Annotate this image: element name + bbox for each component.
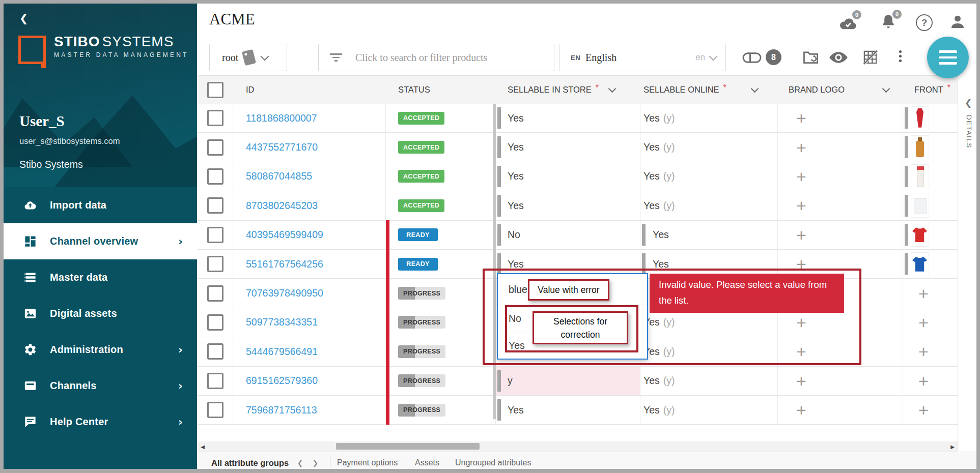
product-id-link[interactable]: 6915162579360 [246,375,318,387]
sellable-in-store-cell[interactable]: Yes [496,396,640,424]
sellable-in-store-cell[interactable]: y [496,367,640,395]
add-brand-logo-button[interactable]: + [796,198,806,213]
hierarchy-root-selector[interactable]: root [209,44,287,71]
sellable-in-store-cell[interactable]: Yes [496,104,640,132]
column-header-front[interactable]: FRONT [914,85,943,95]
search-input[interactable]: Click to search or filter products [318,44,554,71]
sidebar-item-administration[interactable]: Administration › [0,332,197,368]
scrollbar-thumb[interactable] [336,443,480,450]
product-thumbnail[interactable] [911,164,929,188]
row-checkbox[interactable] [207,343,223,360]
sellable-online-cell[interactable]: Yes(y) [640,133,778,161]
sidebar-item-help-center[interactable]: Help Center › [0,404,197,440]
row-checkbox[interactable] [207,256,223,272]
sellable-online-cell[interactable]: Yes(y) [640,104,778,132]
add-front-image-button[interactable]: + [918,402,929,418]
sidebar-item-channels[interactable]: Channels › [0,368,197,404]
column-header-status[interactable]: STATUS [398,85,430,95]
row-checkbox[interactable] [207,168,223,185]
row-checkbox[interactable] [207,402,223,418]
sellable-in-store-cell[interactable]: Yes [496,162,640,191]
chevron-down-icon[interactable] [608,85,617,93]
main-menu-fab[interactable] [927,37,969,78]
product-id-link[interactable]: 4437552771670 [246,141,318,153]
product-id-link[interactable]: 5097738343351 [246,316,318,328]
product-id-link[interactable]: 70763978490950 [246,287,323,299]
column-header-brand-logo[interactable]: BRAND LOGO [789,85,845,95]
add-brand-logo-button[interactable]: + [796,140,806,155]
sellable-online-cell[interactable]: Yes(y) [640,367,778,395]
product-thumbnail[interactable] [911,223,929,247]
folder-sync-button[interactable] [802,49,819,68]
id-cell: 40395469599409 [233,221,386,249]
preview-button[interactable] [829,51,848,66]
list-icon [23,271,37,284]
sellable-in-store-cell[interactable]: Yes [496,191,640,220]
row-checkbox[interactable] [207,373,223,389]
sellable-online-cell[interactable]: Yes(y) [640,191,778,220]
sidebar-collapse-icon[interactable]: ❮ [19,12,29,24]
column-header-id[interactable]: ID [246,85,255,95]
multi-edit-toggle-button[interactable] [742,51,762,67]
add-brand-logo-button[interactable]: + [796,256,806,272]
row-checkbox[interactable] [207,139,223,156]
sellable-online-cell[interactable]: Yes(y) [640,396,778,424]
add-front-image-button[interactable]: + [918,373,929,389]
product-id-link[interactable]: 1181868800007 [246,112,317,124]
chevron-down-icon[interactable] [751,85,759,93]
sellable-online-cell[interactable]: Yes(y) [640,162,778,191]
table-view-toggle-button[interactable] [862,49,878,67]
row-checkbox[interactable] [207,227,223,243]
product-thumbnail[interactable] [911,252,929,276]
add-brand-logo-button[interactable]: + [796,227,806,243]
column-header-sellable-online[interactable]: SELLABLE ONLINE [643,85,719,95]
sidebar-item-channel-overview[interactable]: Channel overview › [0,223,197,259]
row-checkbox[interactable] [207,197,223,214]
chevron-down-icon[interactable] [882,85,890,93]
dropdown-option-yes[interactable]: Yes [498,332,647,359]
product-thumbnail[interactable] [911,135,929,159]
help-button[interactable]: ? [916,14,933,31]
frozen-pane-divider[interactable] [493,104,496,419]
id-cell: 6915162579360 [233,367,386,395]
scroll-right-arrow[interactable]: ▶ [947,441,958,452]
add-brand-logo-button[interactable]: + [796,315,806,330]
dropdown-option-no[interactable]: No [498,305,647,332]
add-brand-logo-button[interactable]: + [796,402,806,418]
add-front-image-button[interactable]: + [918,344,929,359]
row-checkbox[interactable] [207,285,223,302]
sidebar-item-import-data[interactable]: Import data [0,187,197,223]
add-brand-logo-button[interactable]: + [796,169,806,184]
product-id-link[interactable]: 55161767564256 [246,258,323,270]
add-brand-logo-button[interactable]: + [796,373,806,389]
product-thumbnail[interactable] [911,106,929,130]
column-header-sellable-in-store[interactable]: SELLABLE IN STORE [508,85,592,95]
add-front-image-button[interactable]: + [918,286,929,301]
row-checkbox[interactable] [207,110,223,126]
sellable-online-cell[interactable]: Yes(y) [640,337,778,366]
sidebar-item-master-data[interactable]: Master data [0,259,197,295]
row-checkbox[interactable] [207,314,223,331]
product-thumbnail[interactable] [911,194,929,218]
add-brand-logo-button[interactable]: + [796,344,806,359]
product-id-link[interactable]: 8703802645203 [246,200,318,212]
select-all-checkbox[interactable] [207,82,223,98]
add-brand-logo-button[interactable]: + [796,110,806,126]
sidebar-item-digital-assets[interactable]: Digital assets [0,295,197,332]
profile-button[interactable] [949,13,966,33]
add-front-image-button[interactable]: + [918,315,929,330]
cell-editor[interactable]: blue No Yes [497,273,648,360]
sellable-in-store-cell[interactable]: Yes [496,133,640,161]
more-options-button[interactable] [899,50,902,62]
stibo-logo: STIBOSYSTEMS MASTER DATA MANAGEMENT [18,34,189,64]
product-id-link[interactable]: 5444679566491 [246,346,318,358]
product-id-link[interactable]: 7596871756113 [246,404,317,416]
expand-details-icon[interactable]: ❮ [965,98,972,108]
language-selector[interactable]: EN English en [559,44,726,71]
product-id-link[interactable]: 580867044855 [246,170,312,182]
sellable-online-cell[interactable]: Yes [640,221,778,249]
sellable-in-store-cell[interactable]: No [496,221,640,249]
product-id-link[interactable]: 40395469599409 [246,229,323,241]
editor-input[interactable]: blue [498,274,647,305]
scroll-left-arrow[interactable]: ◀ [198,441,208,452]
